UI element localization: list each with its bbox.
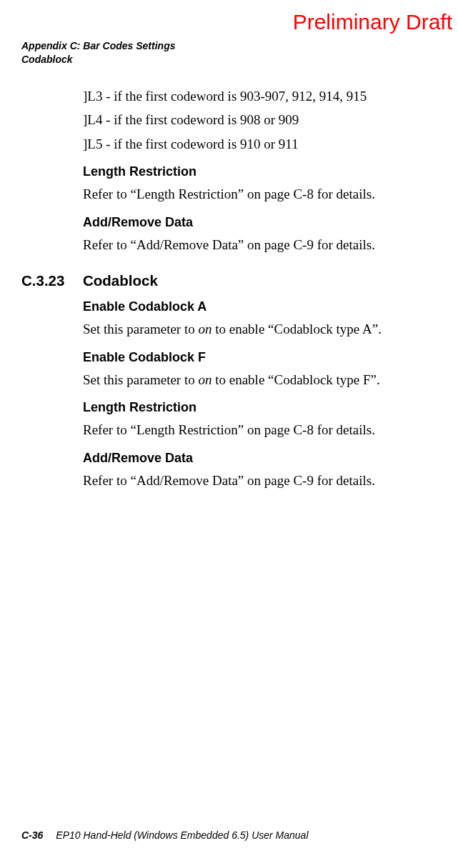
body-line-l5: ]L5 - if the first codeword is 910 or 91… <box>83 134 437 154</box>
header-section: Codablock <box>21 53 175 66</box>
text-add-remove-2: Refer to “Add/Remove Data” on page C-9 f… <box>83 470 437 491</box>
subheading-length-restriction-2: Length Restriction <box>83 400 437 415</box>
text-enable-a: Set this parameter to on to enable “Coda… <box>83 319 437 339</box>
subheading-add-remove-2: Add/Remove Data <box>83 451 437 466</box>
manual-title: EP10 Hand-Held (Windows Embedded 6.5) Us… <box>56 829 308 841</box>
page-content: ]L3 - if the first codeword is 903-907, … <box>83 86 437 494</box>
subheading-enable-a: Enable Codablock A <box>83 299 437 314</box>
page-footer: C-36EP10 Hand-Held (Windows Embedded 6.5… <box>21 829 309 841</box>
body-line-l4: ]L4 - if the first codeword is 908 or 90… <box>83 109 437 130</box>
subheading-add-remove-1: Add/Remove Data <box>83 215 437 230</box>
enable-f-post: to enable “Codablock type F”. <box>211 372 379 387</box>
body-line-l3: ]L3 - if the first codeword is 903-907, … <box>83 86 437 106</box>
page-header: Appendix C: Bar Codes Settings Codablock <box>21 39 175 66</box>
text-add-remove-1: Refer to “Add/Remove Data” on page C-9 f… <box>83 234 437 255</box>
section-number: C.3.23 <box>21 272 83 289</box>
enable-f-em: on <box>198 372 211 387</box>
section-heading-codablock: C.3.23Codablock <box>21 272 437 289</box>
text-enable-f: Set this parameter to on to enable “Coda… <box>83 369 437 390</box>
subheading-enable-f: Enable Codablock F <box>83 350 437 365</box>
enable-a-post: to enable “Codablock type A”. <box>211 321 381 336</box>
subheading-length-restriction-1: Length Restriction <box>83 164 437 179</box>
header-appendix: Appendix C: Bar Codes Settings <box>21 39 175 53</box>
enable-f-pre: Set this parameter to <box>83 372 198 387</box>
text-length-restriction-2: Refer to “Length Restriction” on page C-… <box>83 419 437 440</box>
page-number: C-36 <box>21 829 43 841</box>
enable-a-pre: Set this parameter to <box>83 321 198 336</box>
enable-a-em: on <box>198 321 211 336</box>
section-title: Codablock <box>83 272 158 289</box>
watermark-text: Preliminary Draft <box>293 10 452 34</box>
text-length-restriction-1: Refer to “Length Restriction” on page C-… <box>83 184 437 204</box>
